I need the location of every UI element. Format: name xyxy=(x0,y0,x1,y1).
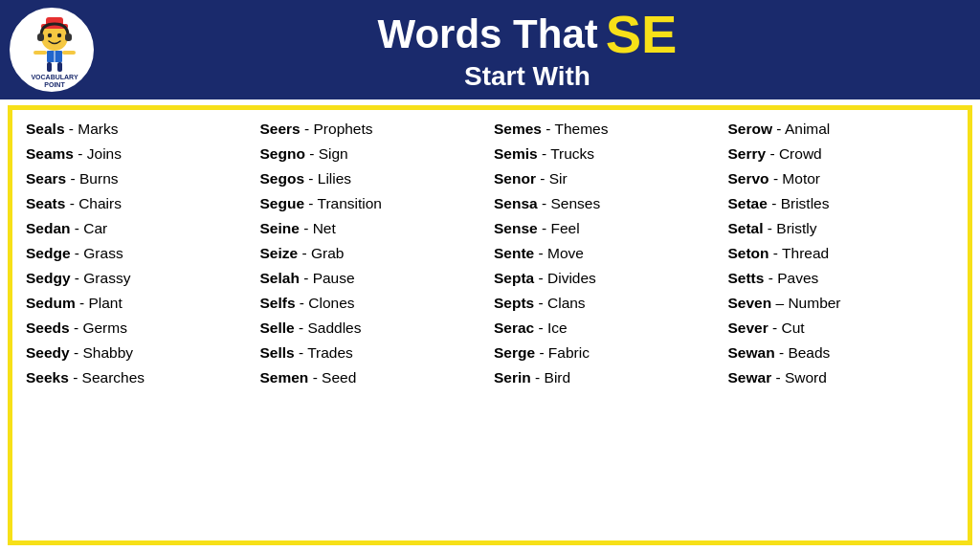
word: Semen xyxy=(260,369,309,386)
word-entry: Seeks - Searches xyxy=(26,366,253,389)
word: Segos xyxy=(260,170,305,187)
word-entry: Sedum - Plant xyxy=(26,292,253,315)
word: Sensa xyxy=(494,195,538,211)
word: Selle xyxy=(260,320,295,336)
word: Sente xyxy=(494,245,534,261)
word-entry: Sedgy - Grassy xyxy=(26,267,253,290)
word-definition: - Sign xyxy=(305,145,348,162)
word-definition: - Bird xyxy=(531,369,570,386)
word: Seedy xyxy=(26,344,70,361)
word-definition: - Fabric xyxy=(535,344,590,361)
word-entry: Seedy - Shabby xyxy=(26,342,253,364)
word-entry: Senor - Sir xyxy=(494,167,721,190)
word-definition: - Searches xyxy=(69,369,145,386)
word: Sells xyxy=(260,344,295,361)
word: Seine xyxy=(260,220,300,236)
word-definition: - Move xyxy=(534,245,584,261)
word: Senor xyxy=(494,170,536,187)
word: Segno xyxy=(260,145,305,162)
word: Serac xyxy=(494,320,534,336)
word-definition: - Paves xyxy=(764,270,818,286)
word-definition: - Net xyxy=(300,220,336,236)
word-definition: - Ice xyxy=(534,320,567,336)
word-entry: Seton - Thread xyxy=(728,242,955,265)
svg-rect-9 xyxy=(57,62,62,72)
word: Septa xyxy=(494,270,534,286)
svg-point-3 xyxy=(57,33,61,37)
word-definition: - Cut xyxy=(768,320,805,336)
word-definition: - Prophets xyxy=(301,121,373,137)
word-entry: Serge - Fabric xyxy=(494,342,721,364)
svg-rect-10 xyxy=(33,51,47,55)
word: Selah xyxy=(260,270,300,286)
word-entry: Segos - Lilies xyxy=(260,167,487,190)
word: Selfs xyxy=(260,295,296,311)
word: Serge xyxy=(494,344,535,361)
word-entry: Sever - Cut xyxy=(728,317,955,340)
svg-point-2 xyxy=(48,33,52,37)
word-grid: Seals - MarksSeams - JoinsSears - BurnsS… xyxy=(22,118,958,533)
word-definition: - Crowd xyxy=(766,145,822,162)
word: Semes xyxy=(494,121,542,137)
word: Sedgy xyxy=(26,270,71,286)
word: Seven xyxy=(728,295,772,311)
word-definition: – Number xyxy=(771,295,840,311)
word: Serry xyxy=(728,145,767,162)
word-entry: Septa - Divides xyxy=(494,267,721,290)
word: Seals xyxy=(26,121,65,137)
word-definition: - Grass xyxy=(71,245,123,261)
word-definition: - Joins xyxy=(74,145,122,162)
word-entry: Selle - Saddles xyxy=(260,317,487,340)
word: Serin xyxy=(494,369,531,386)
logo: VOCABULARY POINT .COM xyxy=(10,8,94,92)
word: Serow xyxy=(728,121,773,137)
word-entry: Sente - Move xyxy=(494,242,721,265)
word-definition: - Shabby xyxy=(70,344,133,361)
word-definition: - Marks xyxy=(65,121,119,137)
word: Seats xyxy=(26,195,65,211)
title-lines: Words That SE Start With xyxy=(378,8,678,92)
word-entry: Sedge - Grass xyxy=(26,242,253,265)
word-entry: Setts - Paves xyxy=(728,267,955,290)
word-definition: - Seed xyxy=(308,369,356,386)
word: Setal xyxy=(728,220,764,236)
word: Sedge xyxy=(26,245,71,261)
svg-text:POINT: POINT xyxy=(44,81,65,88)
word-definition: - Sword xyxy=(771,369,827,386)
word-entry: Setal - Bristly xyxy=(728,217,955,240)
word-definition: - Bristles xyxy=(768,195,830,211)
title-block: Words That SE Start With xyxy=(94,8,961,92)
word-entry: Semen - Seed xyxy=(260,366,487,389)
word: Semis xyxy=(494,145,538,162)
svg-text:.COM: .COM xyxy=(47,89,62,92)
word: Setts xyxy=(728,270,765,286)
word-entry: Selah - Pause xyxy=(260,267,487,290)
word-definition: - Motor xyxy=(769,170,820,187)
word-definition: - Animal xyxy=(772,121,830,137)
word-definition: - Feel xyxy=(538,220,580,236)
word: Seeds xyxy=(26,320,70,336)
word-entry: Servo - Motor xyxy=(728,167,955,190)
word: Seers xyxy=(260,121,301,137)
word-entry: Semes - Themes xyxy=(494,118,721,141)
word-definition: - Pause xyxy=(300,270,355,286)
word: Sever xyxy=(728,320,768,336)
word-definition: - Grab xyxy=(298,245,344,261)
header: VOCABULARY POINT .COM Words That SE Star… xyxy=(0,0,980,99)
word-entry: Septs - Clans xyxy=(494,292,721,315)
word: Segue xyxy=(260,195,305,211)
svg-rect-13 xyxy=(65,33,72,41)
word: Sedan xyxy=(26,220,71,236)
word-entry: Semis - Trucks xyxy=(494,143,721,165)
word-definition: - Bristly xyxy=(764,220,817,236)
word-entry: Serow - Animal xyxy=(728,118,955,141)
word: Seton xyxy=(728,245,769,261)
word-definition: - Trucks xyxy=(538,145,594,162)
word-definition: - Car xyxy=(71,220,108,236)
word-entry: Segno - Sign xyxy=(260,143,487,165)
title-sub-line: Start With xyxy=(464,61,590,92)
word-entry: Seals - Marks xyxy=(26,118,253,141)
title-main: Words That xyxy=(378,14,598,55)
word-entry: Seams - Joins xyxy=(26,143,253,165)
title-highlight: SE xyxy=(606,8,678,61)
